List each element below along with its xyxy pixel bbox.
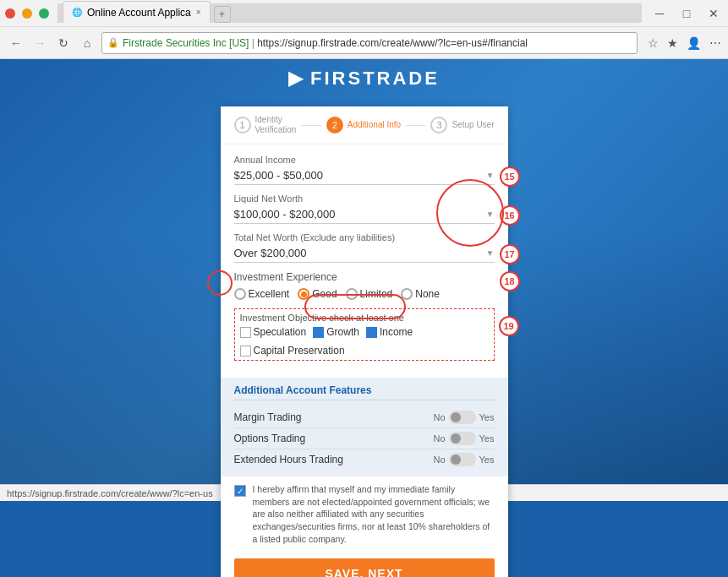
margin-no-label: No [433, 412, 445, 422]
badge-16: 16 [500, 205, 520, 226]
options-trading-row: Options Trading No Yes [234, 428, 495, 449]
tab-title: Online Account Applica [87, 7, 191, 19]
maximize-btn[interactable]: □ [677, 4, 696, 23]
liquid-net-worth-arrow: ▼ [486, 210, 495, 219]
checkbox-income[interactable]: Income [366, 326, 413, 338]
options-no-label: No [433, 433, 445, 444]
annual-income-select[interactable]: $25,000 - $50,000 ▼ [234, 166, 495, 185]
options-toggle-switch[interactable] [449, 432, 476, 445]
form-card: 1 IdentityVerification 2 Additional Info… [221, 106, 508, 577]
form-body: Annual Income $25,000 - $50,000 ▼ 15 Liq… [221, 144, 508, 378]
close-btn[interactable]: ✕ [704, 4, 723, 23]
annual-income-group: Annual Income $25,000 - $50,000 ▼ 15 [234, 155, 495, 185]
margin-yes-label: Yes [479, 412, 495, 422]
address-bar[interactable]: 🔒 Firstrade Securities Inc [US] | https:… [101, 32, 638, 54]
checkbox-speculation-label: Speculation [254, 326, 307, 338]
step-3-circle: 3 [430, 117, 447, 133]
new-tab-btn[interactable]: + [214, 6, 231, 23]
total-net-worth-arrow: ▼ [486, 248, 495, 258]
investment-experience-group: Investment Experience Excellent Good [234, 271, 495, 300]
step-1: 1 IdentityVerification [234, 115, 297, 135]
radio-limited-circle[interactable] [346, 288, 358, 300]
affirm-checkbox[interactable] [234, 485, 246, 497]
radio-excellent[interactable]: Excellent [234, 288, 290, 300]
radio-excellent-circle[interactable] [234, 288, 246, 300]
save-next-button[interactable]: SAVE, NEXT [234, 558, 495, 577]
minimize-btn[interactable]: ─ [650, 4, 669, 23]
settings-btn[interactable]: ⋯ [709, 36, 721, 50]
radio-none[interactable]: None [401, 288, 440, 300]
margin-toggle-switch[interactable] [449, 411, 476, 424]
margin-trading-row: Margin Trading No Yes [234, 407, 495, 428]
investment-objective-options: Speculation Growth Income Capital P [240, 326, 489, 357]
liquid-net-worth-value: $100,000 - $200,000 [234, 208, 486, 220]
radio-limited[interactable]: Limited [346, 288, 393, 300]
total-net-worth-group: Total Net Worth (Exclude any liabilities… [234, 232, 495, 263]
radio-good-label: Good [312, 288, 337, 300]
options-yes-label: Yes [479, 433, 495, 444]
step-1-label: IdentityVerification [255, 115, 297, 135]
extended-hours-toggle[interactable]: No Yes [433, 453, 494, 466]
step-3: 3 Setup User [430, 117, 494, 133]
refresh-btn[interactable]: ↻ [54, 34, 73, 52]
url-path: https://signup.firstrade.com/create/www/… [257, 37, 528, 49]
person-btn[interactable]: 👤 [687, 36, 701, 50]
extended-toggle-switch[interactable] [449, 453, 476, 466]
secure-icon: 🔒 [107, 37, 119, 48]
badge-17: 17 [500, 244, 520, 264]
checkbox-growth[interactable]: Growth [313, 326, 359, 338]
annual-income-label: Annual Income [234, 155, 495, 165]
logo: ▶ FIRSTRADE [0, 68, 728, 90]
title-bar: 🌐 Online Account Applica × + ─ □ ✕ [0, 0, 728, 27]
additional-features-title: Additional Account Features [234, 384, 495, 400]
total-net-worth-value: Over $200,000 [234, 247, 486, 259]
secure-label: Firstrade Securities Inc [US] [123, 37, 249, 49]
investment-objective-label: Investment Objective check at least one [240, 313, 489, 323]
browser-tab[interactable]: 🌐 Online Account Applica × [63, 1, 211, 23]
checkbox-income-label: Income [380, 326, 413, 338]
total-net-worth-label: Total Net Worth (Exclude any liabilities… [234, 232, 495, 242]
extended-no-label: No [433, 455, 445, 465]
checkbox-capital-box[interactable] [240, 346, 251, 357]
address-text: Firstrade Securities Inc [US] | https://… [123, 37, 632, 49]
home-btn[interactable]: ⌂ [78, 34, 96, 52]
margin-trading-label: Margin Trading [234, 411, 302, 423]
radio-good[interactable]: Good [298, 288, 337, 300]
liquid-net-worth-label: Liquid Net Worth [234, 193, 495, 204]
margin-trading-toggle[interactable]: No Yes [433, 411, 494, 424]
checkbox-growth-box[interactable] [313, 327, 324, 338]
total-net-worth-select[interactable]: Over $200,000 ▼ [234, 244, 495, 263]
checkbox-speculation-box[interactable] [240, 327, 251, 338]
extended-hours-label: Extended Hours Trading [234, 454, 343, 465]
checkbox-speculation[interactable]: Speculation [240, 326, 307, 338]
badge-15: 15 [500, 166, 520, 187]
investment-objective-group: Investment Objective check at least one … [234, 308, 495, 361]
step-1-circle: 1 [234, 117, 251, 133]
checkbox-growth-label: Growth [326, 326, 359, 338]
annual-income-arrow: ▼ [486, 171, 495, 180]
radio-good-circle[interactable] [298, 288, 309, 300]
back-btn[interactable]: ← [7, 34, 25, 52]
checkbox-income-box[interactable] [366, 327, 377, 338]
logo-text: FIRSTRADE [310, 68, 440, 90]
options-trading-toggle[interactable]: No Yes [433, 432, 494, 445]
annual-income-value: $25,000 - $50,000 [234, 169, 486, 182]
star-btn[interactable]: ★ [667, 36, 678, 50]
checkbox-capital[interactable]: Capital Preservation [240, 345, 345, 357]
step-3-label: Setup User [452, 120, 494, 130]
options-trading-label: Options Trading [234, 433, 306, 444]
liquid-net-worth-select[interactable]: $100,000 - $200,000 ▼ [234, 205, 495, 224]
favorites-btn[interactable]: ☆ [648, 36, 659, 50]
investment-experience-options: Excellent Good Limited None [234, 288, 495, 300]
additional-features-section: Additional Account Features Margin Tradi… [221, 378, 508, 476]
affirm-section: I hereby affirm that myself and my immed… [221, 476, 508, 552]
step-2: 2 Additional Info [326, 117, 401, 133]
radio-none-circle[interactable] [401, 288, 413, 300]
checkbox-capital-label: Capital Preservation [254, 345, 345, 357]
tab-close-btn[interactable]: × [196, 8, 201, 17]
extended-hours-row: Extended Hours Trading No Yes [234, 449, 495, 470]
radio-limited-label: Limited [360, 288, 393, 300]
radio-excellent-label: Excellent [249, 288, 290, 300]
forward-btn[interactable]: → [30, 34, 49, 52]
badge-18: 18 [500, 271, 520, 291]
